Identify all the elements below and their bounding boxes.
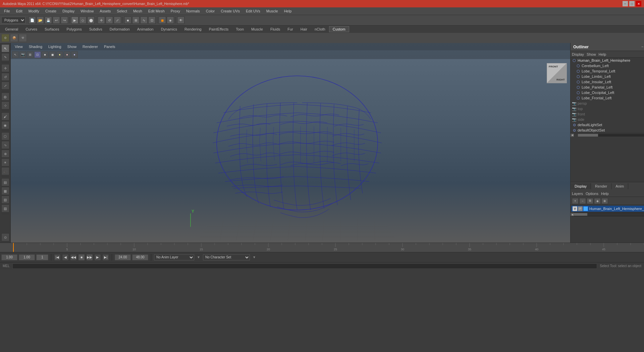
menu-mesh[interactable]: Mesh: [130, 8, 145, 14]
shelf-tab-painteffects[interactable]: PaintEffects: [205, 26, 232, 32]
shelf-tab-general[interactable]: General: [1, 26, 22, 32]
poly-btn[interactable]: ■: [124, 16, 131, 24]
lasso-tool-btn[interactable]: ◇: [79, 16, 87, 24]
vp-grid-btn[interactable]: ⊞: [27, 51, 34, 58]
outliner-minimize[interactable]: −: [641, 45, 643, 49]
char-set-select[interactable]: No Character Set: [203, 254, 250, 260]
shelf-tab-subdivs[interactable]: Subdivs: [86, 26, 106, 32]
ol-item-side[interactable]: 📷 side: [571, 117, 644, 122]
shelf-tab-polygons[interactable]: Polygons: [63, 26, 85, 32]
layer-scroll-track[interactable]: [574, 213, 644, 216]
shelf-tab-curves[interactable]: Curves: [22, 26, 41, 32]
quick-sel-btn[interactable]: ⊙: [1, 233, 9, 241]
save-btn[interactable]: 💾: [45, 16, 52, 24]
hscroll-left[interactable]: ◀: [571, 134, 574, 137]
paint-select-btn[interactable]: ⬤: [87, 16, 95, 24]
ol-item-cerebellum[interactable]: ⬡ Cerebellum_Left: [571, 63, 644, 68]
stop-btn[interactable]: ■: [78, 254, 85, 261]
shelf-tab-surfaces[interactable]: Surfaces: [41, 26, 63, 32]
layer-hscrollbar[interactable]: ◀ ▶: [571, 212, 644, 216]
min-frame-input[interactable]: [19, 254, 35, 260]
select-tool-btn[interactable]: ▶: [71, 16, 78, 24]
open-btn[interactable]: 📂: [37, 16, 44, 24]
shelf-tab-muscle[interactable]: Muscle: [248, 26, 267, 32]
end-frame-input[interactable]: [115, 254, 131, 260]
redo-btn[interactable]: ↪: [61, 16, 68, 24]
menu-proxy[interactable]: Proxy: [168, 8, 183, 14]
rotate-tool-left[interactable]: ↺: [1, 73, 9, 81]
new-scene-btn[interactable]: 📄: [29, 16, 36, 24]
outliner-scroll-track[interactable]: [578, 134, 644, 137]
vp-menu-shading[interactable]: Shading: [26, 44, 45, 49]
snap-point-btn[interactable]: ⊡: [148, 16, 156, 24]
menu-createuvs[interactable]: Create UVs: [218, 8, 243, 14]
shelf-icon-1[interactable]: ⚙: [1, 34, 9, 42]
ol-display[interactable]: Display: [572, 52, 584, 56]
play-fwd-btn[interactable]: ▶▶: [86, 254, 93, 261]
render-layer-btn[interactable]: ▨: [1, 204, 9, 212]
shelf-tab-deformation[interactable]: Deformation: [106, 26, 133, 32]
shelf-tab-hair[interactable]: Hair: [297, 26, 311, 32]
prev-frame-btn[interactable]: ◀: [62, 254, 69, 261]
vp-menu-renderer[interactable]: Renderer: [80, 44, 101, 49]
paint-tool[interactable]: ✎: [1, 53, 9, 61]
layer-copy-btn[interactable]: ⧉: [587, 198, 593, 204]
ipr-btn[interactable]: ◈: [167, 16, 174, 24]
vp-menu-show[interactable]: Show: [65, 44, 79, 49]
timeline[interactable]: 151015202530354045: [0, 243, 644, 252]
create-camera-btn[interactable]: 🎥: [1, 167, 9, 175]
ol-item-lightset[interactable]: ⊙ defaultLightSet: [571, 122, 644, 128]
sculpt-btn[interactable]: 🖌: [1, 112, 9, 120]
ol-item-brain[interactable]: ⬡ Human_Brain_Left_Hemisphere: [571, 58, 644, 63]
show-manip-btn[interactable]: ⊹: [1, 101, 9, 109]
menu-edit[interactable]: Edit: [13, 8, 25, 14]
snap-grid-btn[interactable]: ⊞: [132, 16, 140, 24]
layer-row-brain[interactable]: V P Human_Brain_Left_Hemisphere_layer: [571, 206, 644, 212]
layer-vis-p[interactable]: P: [578, 206, 583, 211]
ol-item-temporal[interactable]: ⬡ Lobe_Temporal_Left: [571, 68, 644, 74]
create-light-btn[interactable]: ☀: [1, 158, 9, 166]
close-button[interactable]: ✕: [636, 1, 641, 6]
shelf-tab-fluids[interactable]: Fluids: [267, 26, 284, 32]
ol-item-top[interactable]: 📷 top: [571, 106, 644, 111]
vp-select-btn[interactable]: ↖: [12, 51, 19, 58]
layer-scroll-thumb[interactable]: [574, 213, 587, 216]
ol-item-persp[interactable]: 📷 persp: [571, 101, 644, 106]
ol-item-limbic[interactable]: ⬡ Lobe_Limbic_Left: [571, 74, 644, 79]
move-btn[interactable]: ✛: [98, 16, 105, 24]
prev-key-btn[interactable]: |◀: [54, 254, 61, 261]
menu-muscle[interactable]: Muscle: [264, 8, 281, 14]
menu-select[interactable]: Select: [114, 8, 130, 14]
vp-light3-btn[interactable]: ●: [71, 51, 78, 58]
menu-edituvs[interactable]: Edit UVs: [243, 8, 263, 14]
ol-item-objectset[interactable]: ⊙ defaultObjectSet: [571, 128, 644, 133]
vp-menu-view[interactable]: View: [12, 44, 25, 49]
create-poly-btn[interactable]: ⬡: [1, 132, 9, 140]
shelf-tab-toon[interactable]: Toon: [232, 26, 248, 32]
layer-sub-layers[interactable]: Layers: [572, 192, 583, 196]
ol-help[interactable]: Help: [599, 52, 606, 56]
layer-vis-v[interactable]: V: [573, 206, 577, 211]
workspace-select[interactable]: Polygons: [1, 17, 25, 23]
paint-weights-btn[interactable]: ◉: [1, 121, 9, 129]
layer-del-btn[interactable]: −: [579, 198, 586, 204]
outliner-hscrollbar[interactable]: ◀ ▶: [571, 133, 644, 137]
layer-sel-btn[interactable]: ◈: [594, 198, 601, 204]
scale-btn[interactable]: ⤢: [114, 16, 121, 24]
vp-light2-btn[interactable]: ●: [64, 51, 70, 58]
shelf-tab-custom[interactable]: Custom: [329, 26, 349, 32]
next-key-btn[interactable]: ▶|: [102, 254, 109, 261]
create-curve-btn[interactable]: ∿: [1, 141, 9, 149]
menu-assets[interactable]: Assets: [97, 8, 113, 14]
move-tool-left[interactable]: ✛: [1, 64, 9, 72]
viewport-3d[interactable]: View Shading Lighting Show Renderer Pane…: [11, 43, 570, 243]
vp-wire-btn[interactable]: ⊡: [34, 51, 41, 58]
menu-normals[interactable]: Normals: [183, 8, 203, 14]
ol-show[interactable]: Show: [587, 52, 596, 56]
ol-item-frontal[interactable]: ⬡ Lobe_Frontal_Left: [571, 95, 644, 101]
menu-modify[interactable]: Modify: [26, 8, 42, 14]
undo-btn[interactable]: ↩: [53, 16, 60, 24]
scale-tool-left[interactable]: ⤢: [1, 82, 9, 90]
vp-cam-btn[interactable]: 📷: [19, 51, 26, 58]
layer-connect-btn[interactable]: ⊕: [601, 198, 608, 204]
